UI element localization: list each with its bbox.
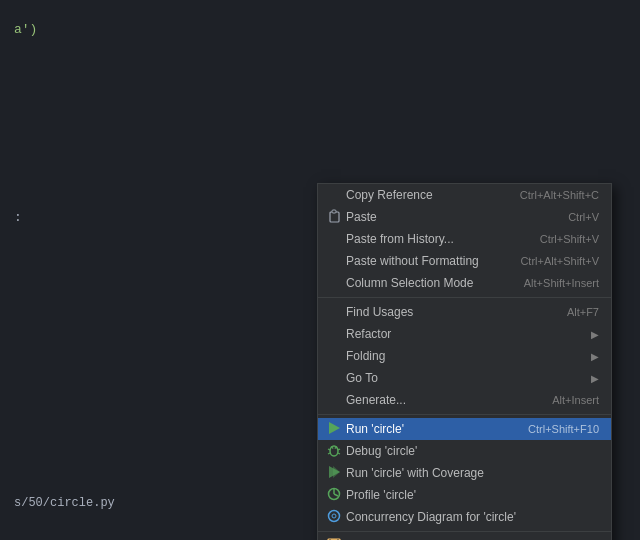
menu-item-go-to[interactable]: Go To▶ — [318, 367, 611, 389]
menu-item-generate[interactable]: Generate...Alt+Insert — [318, 389, 611, 411]
menu-item-run-circle[interactable]: Run 'circle'Ctrl+Shift+F10 — [318, 418, 611, 440]
menu-label-folding: Folding — [346, 349, 583, 363]
menu-shortcut-column-selection-mode: Alt+Shift+Insert — [524, 277, 599, 289]
context-menu: Copy ReferenceCtrl+Alt+Shift+C PasteCtrl… — [317, 183, 612, 540]
menu-item-save-circle[interactable]: Save 'circle' — [318, 535, 611, 540]
menu-item-run-circle-coverage[interactable]: Run 'circle' with Coverage — [318, 462, 611, 484]
menu-shortcut-run-circle: Ctrl+Shift+F10 — [528, 423, 599, 435]
menu-arrow-folding: ▶ — [591, 351, 599, 362]
menu-item-folding[interactable]: Folding▶ — [318, 345, 611, 367]
svg-line-9 — [338, 453, 340, 454]
svg-line-8 — [328, 453, 330, 454]
svg-line-14 — [334, 494, 338, 496]
menu-shortcut-find-usages: Alt+F7 — [567, 306, 599, 318]
svg-point-16 — [332, 514, 336, 518]
run-icon — [327, 421, 341, 437]
menu-label-run-circle: Run 'circle' — [346, 422, 508, 436]
file-path: s/50/circle.py — [14, 496, 115, 510]
svg-marker-11 — [333, 466, 340, 478]
menu-item-paste[interactable]: PasteCtrl+V — [318, 206, 611, 228]
paste-icon — [327, 209, 341, 225]
svg-point-15 — [329, 511, 340, 522]
code-snippet: a') — [14, 22, 37, 37]
menu-item-paste-without-formatting[interactable]: Paste without FormattingCtrl+Alt+Shift+V — [318, 250, 611, 272]
menu-item-concurrency-circle[interactable]: Concurrency Diagram for 'circle' — [318, 506, 611, 528]
menu-label-find-usages: Find Usages — [346, 305, 547, 319]
menu-item-column-selection-mode[interactable]: Column Selection ModeAlt+Shift+Insert — [318, 272, 611, 294]
menu-shortcut-generate: Alt+Insert — [552, 394, 599, 406]
menu-arrow-refactor: ▶ — [591, 329, 599, 340]
menu-item-refactor[interactable]: Refactor▶ — [318, 323, 611, 345]
menu-label-profile-circle: Profile 'circle' — [346, 488, 599, 502]
menu-label-copy-reference: Copy Reference — [346, 188, 500, 202]
menu-shortcut-paste-from-history: Ctrl+Shift+V — [540, 233, 599, 245]
menu-item-find-usages[interactable]: Find UsagesAlt+F7 — [318, 301, 611, 323]
menu-label-paste: Paste — [346, 210, 548, 224]
separator-5 — [318, 297, 611, 298]
concurrency-icon — [327, 509, 341, 525]
svg-rect-1 — [332, 210, 336, 213]
svg-point-3 — [330, 446, 338, 456]
menu-label-generate: Generate... — [346, 393, 532, 407]
separator-17 — [318, 531, 611, 532]
menu-label-paste-from-history: Paste from History... — [346, 232, 520, 246]
code-snippet-2: : — [14, 210, 22, 225]
menu-item-profile-circle[interactable]: Profile 'circle' — [318, 484, 611, 506]
menu-item-copy-reference[interactable]: Copy ReferenceCtrl+Alt+Shift+C — [318, 184, 611, 206]
menu-label-concurrency-circle: Concurrency Diagram for 'circle' — [346, 510, 599, 524]
menu-label-go-to: Go To — [346, 371, 583, 385]
coverage-icon — [327, 465, 341, 481]
menu-arrow-go-to: ▶ — [591, 373, 599, 384]
profile-icon — [327, 487, 341, 503]
menu-shortcut-copy-reference: Ctrl+Alt+Shift+C — [520, 189, 599, 201]
menu-shortcut-paste-without-formatting: Ctrl+Alt+Shift+V — [520, 255, 599, 267]
menu-shortcut-paste: Ctrl+V — [568, 211, 599, 223]
svg-marker-2 — [329, 422, 340, 434]
separator-11 — [318, 414, 611, 415]
menu-item-paste-from-history[interactable]: Paste from History...Ctrl+Shift+V — [318, 228, 611, 250]
menu-label-paste-without-formatting: Paste without Formatting — [346, 254, 500, 268]
menu-label-run-circle-coverage: Run 'circle' with Coverage — [346, 466, 599, 480]
menu-item-debug-circle[interactable]: Debug 'circle' — [318, 440, 611, 462]
menu-label-debug-circle: Debug 'circle' — [346, 444, 599, 458]
debug-icon — [327, 443, 341, 459]
menu-label-column-selection-mode: Column Selection Mode — [346, 276, 504, 290]
menu-label-refactor: Refactor — [346, 327, 583, 341]
